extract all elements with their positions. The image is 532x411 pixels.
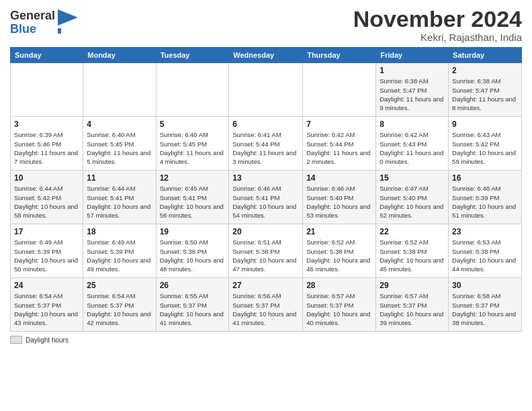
calendar-cell: 27Sunrise: 6:56 AM Sunset: 5:37 PM Dayli… (229, 278, 303, 332)
calendar-cell: 8Sunrise: 6:42 AM Sunset: 5:43 PM Daylig… (376, 117, 449, 171)
day-info: Sunrise: 6:50 AM Sunset: 5:38 PM Dayligh… (160, 238, 226, 273)
day-number: 17 (14, 227, 79, 236)
month-title: November 2024 (353, 7, 522, 32)
calendar-cell (229, 63, 303, 117)
day-info: Sunrise: 6:39 AM Sunset: 5:46 PM Dayligh… (14, 130, 79, 166)
day-number: 24 (14, 281, 79, 290)
day-number: 15 (380, 173, 445, 183)
calendar-cell: 14Sunrise: 6:46 AM Sunset: 5:40 PM Dayli… (303, 171, 376, 224)
calendar-cell: 1Sunrise: 6:38 AM Sunset: 5:47 PM Daylig… (376, 63, 449, 117)
day-number: 13 (232, 173, 299, 183)
day-info: Sunrise: 6:38 AM Sunset: 5:47 PM Dayligh… (380, 77, 445, 112)
calendar-table: SundayMondayTuesdayWednesdayThursdayFrid… (10, 47, 522, 332)
day-number: 5 (160, 120, 226, 129)
day-number: 16 (452, 173, 518, 183)
day-info: Sunrise: 6:58 AM Sunset: 5:37 PM Dayligh… (452, 291, 518, 327)
svg-marker-0 (58, 9, 78, 26)
day-info: Sunrise: 6:42 AM Sunset: 5:43 PM Dayligh… (380, 130, 445, 166)
day-number: 30 (452, 281, 518, 290)
day-info: Sunrise: 6:46 AM Sunset: 5:40 PM Dayligh… (306, 184, 372, 220)
day-number: 27 (232, 281, 299, 290)
day-number: 28 (306, 281, 372, 290)
calendar-cell: 18Sunrise: 6:49 AM Sunset: 5:39 PM Dayli… (83, 224, 156, 278)
calendar-cell: 11Sunrise: 6:44 AM Sunset: 5:41 PM Dayli… (83, 171, 156, 224)
week-row-3: 17Sunrise: 6:49 AM Sunset: 5:39 PM Dayli… (11, 224, 522, 278)
header-day-sunday: Sunday (11, 48, 83, 63)
day-info: Sunrise: 6:38 AM Sunset: 5:47 PM Dayligh… (452, 77, 518, 112)
calendar-cell: 20Sunrise: 6:51 AM Sunset: 5:38 PM Dayli… (229, 224, 303, 278)
page: General Blue November 2024 Kekri, Rajast… (0, 0, 532, 411)
calendar-cell: 12Sunrise: 6:45 AM Sunset: 5:41 PM Dayli… (156, 171, 229, 224)
calendar-cell (11, 63, 83, 117)
day-number: 3 (14, 120, 79, 129)
day-info: Sunrise: 6:54 AM Sunset: 5:37 PM Dayligh… (87, 291, 152, 327)
day-number: 25 (87, 281, 152, 290)
footer: Daylight hours (10, 336, 522, 344)
day-info: Sunrise: 6:52 AM Sunset: 5:38 PM Dayligh… (380, 238, 445, 273)
calendar-cell: 23Sunrise: 6:53 AM Sunset: 5:38 PM Dayli… (449, 224, 522, 278)
day-number: 20 (232, 227, 299, 236)
day-number: 29 (380, 281, 445, 290)
calendar-cell: 25Sunrise: 6:54 AM Sunset: 5:37 PM Dayli… (83, 278, 156, 332)
calendar-cell: 5Sunrise: 6:40 AM Sunset: 5:45 PM Daylig… (156, 117, 229, 171)
day-number: 6 (232, 120, 299, 129)
day-info: Sunrise: 6:52 AM Sunset: 5:38 PM Dayligh… (306, 238, 372, 273)
week-row-4: 24Sunrise: 6:54 AM Sunset: 5:37 PM Dayli… (11, 278, 522, 332)
calendar-cell: 6Sunrise: 6:41 AM Sunset: 5:44 PM Daylig… (229, 117, 303, 171)
day-info: Sunrise: 6:48 AM Sunset: 5:39 PM Dayligh… (452, 184, 518, 220)
calendar-cell: 2Sunrise: 6:38 AM Sunset: 5:47 PM Daylig… (449, 63, 522, 117)
calendar-cell: 17Sunrise: 6:49 AM Sunset: 5:39 PM Dayli… (11, 224, 83, 278)
header-day-thursday: Thursday (303, 48, 376, 63)
day-info: Sunrise: 6:43 AM Sunset: 5:42 PM Dayligh… (452, 130, 518, 166)
day-number: 7 (306, 120, 372, 129)
day-number: 23 (452, 227, 518, 236)
day-number: 26 (160, 281, 226, 290)
day-number: 2 (452, 66, 518, 75)
day-info: Sunrise: 6:41 AM Sunset: 5:44 PM Dayligh… (232, 130, 299, 166)
calendar-cell: 16Sunrise: 6:48 AM Sunset: 5:39 PM Dayli… (449, 171, 522, 224)
day-number: 4 (87, 120, 152, 129)
week-row-2: 10Sunrise: 6:44 AM Sunset: 5:42 PM Dayli… (11, 171, 522, 224)
day-info: Sunrise: 6:57 AM Sunset: 5:37 PM Dayligh… (306, 291, 372, 327)
logo-general: General (10, 9, 55, 23)
day-number: 19 (160, 227, 226, 236)
calendar-cell: 7Sunrise: 6:42 AM Sunset: 5:44 PM Daylig… (303, 117, 376, 171)
day-info: Sunrise: 6:40 AM Sunset: 5:45 PM Dayligh… (160, 130, 226, 166)
day-number: 1 (380, 66, 445, 75)
header-day-wednesday: Wednesday (229, 48, 303, 63)
calendar-cell: 26Sunrise: 6:55 AM Sunset: 5:37 PM Dayli… (156, 278, 229, 332)
svg-rect-1 (58, 28, 61, 34)
day-number: 10 (14, 173, 79, 183)
day-number: 22 (380, 227, 445, 236)
day-info: Sunrise: 6:47 AM Sunset: 5:40 PM Dayligh… (380, 184, 445, 220)
day-info: Sunrise: 6:51 AM Sunset: 5:38 PM Dayligh… (232, 238, 299, 273)
calendar-cell (83, 63, 156, 117)
calendar-cell: 19Sunrise: 6:50 AM Sunset: 5:38 PM Dayli… (156, 224, 229, 278)
header-day-saturday: Saturday (449, 48, 522, 63)
calendar-header-row: SundayMondayTuesdayWednesdayThursdayFrid… (11, 48, 522, 63)
day-info: Sunrise: 6:42 AM Sunset: 5:44 PM Dayligh… (306, 130, 372, 166)
day-info: Sunrise: 6:46 AM Sunset: 5:41 PM Dayligh… (232, 184, 299, 220)
calendar-cell (156, 63, 229, 117)
logo-icon (58, 9, 78, 34)
day-number: 18 (87, 227, 152, 236)
calendar-cell: 3Sunrise: 6:39 AM Sunset: 5:46 PM Daylig… (11, 117, 83, 171)
day-info: Sunrise: 6:40 AM Sunset: 5:45 PM Dayligh… (87, 130, 152, 166)
title-block: November 2024 Kekri, Rajasthan, India (353, 7, 522, 43)
calendar-cell: 24Sunrise: 6:54 AM Sunset: 5:37 PM Dayli… (11, 278, 83, 332)
day-info: Sunrise: 6:53 AM Sunset: 5:38 PM Dayligh… (452, 238, 518, 273)
day-number: 8 (380, 120, 445, 129)
header-day-tuesday: Tuesday (156, 48, 229, 63)
calendar-cell: 29Sunrise: 6:57 AM Sunset: 5:37 PM Dayli… (376, 278, 449, 332)
day-number: 12 (160, 173, 226, 183)
calendar-cell: 15Sunrise: 6:47 AM Sunset: 5:40 PM Dayli… (376, 171, 449, 224)
calendar-cell: 13Sunrise: 6:46 AM Sunset: 5:41 PM Dayli… (229, 171, 303, 224)
calendar-cell: 9Sunrise: 6:43 AM Sunset: 5:42 PM Daylig… (449, 117, 522, 171)
calendar-cell: 21Sunrise: 6:52 AM Sunset: 5:38 PM Dayli… (303, 224, 376, 278)
header: General Blue November 2024 Kekri, Rajast… (10, 7, 522, 43)
calendar-cell: 28Sunrise: 6:57 AM Sunset: 5:37 PM Dayli… (303, 278, 376, 332)
day-info: Sunrise: 6:44 AM Sunset: 5:41 PM Dayligh… (87, 184, 152, 220)
week-row-1: 3Sunrise: 6:39 AM Sunset: 5:46 PM Daylig… (11, 117, 522, 171)
calendar-cell (303, 63, 376, 117)
legend-label: Daylight hours (26, 336, 69, 344)
